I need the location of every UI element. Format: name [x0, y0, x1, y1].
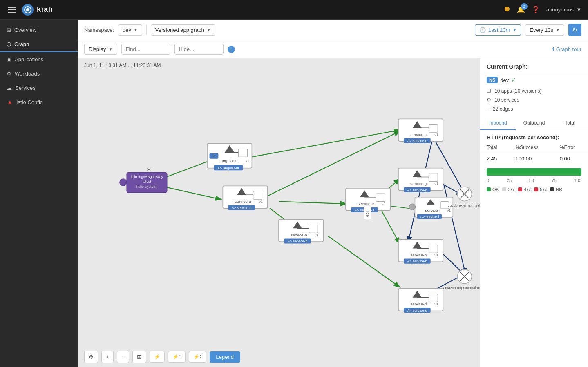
graph-type-dropdown[interactable]: Versioned app graph ▼ [151, 24, 215, 36]
svg-text:A> service-b: A> service-b [288, 239, 308, 243]
display-dropdown[interactable]: Display ▼ [84, 44, 117, 55]
tab-outbound[interactable]: Outbound [516, 117, 552, 130]
svg-text:service-f: service-f [425, 208, 440, 213]
node-service-a[interactable]: service-a v1 A> service-a [223, 186, 267, 210]
graph-tour-link[interactable]: ℹ Graph tour [552, 46, 581, 52]
traffic-tabs: Inbound Outbound Total [480, 117, 588, 130]
refresh-interval-dropdown[interactable]: Every 10s ▼ [525, 24, 564, 36]
time-range-chevron-icon: ▼ [512, 28, 516, 32]
node-service-b[interactable]: service-b v1 A> service-b [279, 219, 323, 243]
apps-icon: ☐ [487, 88, 491, 94]
hide-panel-toggle[interactable]: Hide [364, 206, 371, 220]
legend-ok: OK [487, 187, 499, 192]
sidebar-item-istio-config[interactable]: 🔺 Istio Config [0, 95, 78, 109]
current-graph-label: Current Graph: [487, 63, 528, 70]
svg-line-4 [160, 186, 221, 199]
find-input[interactable] [121, 44, 170, 55]
sidebar-item-workloads[interactable]: ⚙ Workloads [0, 67, 78, 81]
legend-nr: NR [550, 187, 562, 192]
svg-text:A> angular-ui: A> angular-ui [217, 166, 239, 170]
svg-text:A> service-a: A> service-a [232, 206, 252, 210]
content-area: Namespace: dev ▼ Versioned app graph ▼ 🕐… [78, 20, 588, 367]
zoom-out-button[interactable]: − [117, 351, 129, 363]
graph-bottom-toolbar: ✥ + − ⊞ ⚡ ⚡1 ⚡2 Legend [84, 351, 240, 363]
graph-main: Jun 1, 11:13:31 AM ... 11:23:31 AM [78, 58, 588, 367]
success-bar-fill [487, 168, 581, 176]
node-angular-ui[interactable]: angular-ui v1 A> angular-ui + [207, 144, 252, 171]
scale-100: 100 [574, 178, 581, 183]
user-menu[interactable]: anonymous ▼ [546, 7, 581, 13]
node-service-f[interactable]: service-f v1 A> service-f [409, 197, 453, 219]
graph-canvas[interactable]: Jun 1, 11:13:31 AM ... 11:23:31 AM [78, 58, 480, 367]
svg-text:A> service-c: A> service-c [407, 139, 427, 143]
chart-legend: OK 3xx 4xx 5xx [480, 184, 588, 195]
user-label: anonymous [546, 7, 574, 13]
node-service-g[interactable]: service-g v1 A> service-g [398, 168, 443, 192]
time-range-dropdown[interactable]: 🕐 Last 10m ▼ [475, 24, 521, 36]
tab-inbound[interactable]: Inbound [480, 117, 516, 130]
zoom-in-button[interactable]: + [101, 351, 114, 363]
help-icon[interactable]: ❓ [532, 6, 540, 13]
svg-rect-94 [429, 294, 438, 302]
svg-rect-86 [429, 245, 438, 253]
node-ingress[interactable]: istio-ingressgateway latest (istio-syste… [120, 173, 167, 193]
svg-text:v1: v1 [434, 182, 438, 186]
sidebar-item-overview[interactable]: ⊞ Overview [0, 23, 78, 37]
sidebar: ⊞ Overview ⬡ Graph ▣ Applications ⚙ Work… [0, 20, 78, 367]
svg-text:istio-ingressgateway: istio-ingressgateway [131, 175, 163, 179]
user-chevron-icon: ▼ [576, 7, 581, 13]
svg-text:✂: ✂ [147, 167, 151, 173]
col-total: Total [480, 142, 509, 153]
svg-point-1 [26, 8, 29, 11]
svg-line-15 [381, 211, 399, 243]
scale-50: 50 [529, 178, 534, 183]
bell-icon[interactable]: 🔔 2 [517, 6, 525, 13]
node-service-d[interactable]: service-d v1 A> service-d [398, 289, 443, 313]
scale-25: 25 [507, 178, 512, 183]
graph-svg: istio-ingressgateway latest (istio-syste… [78, 58, 480, 367]
main-layout: ⊞ Overview ⬡ Graph ▣ Applications ⚙ Work… [0, 20, 588, 367]
node-service-c[interactable]: service-c v1 A> service-c [398, 119, 443, 143]
sidebar-item-applications[interactable]: ▣ Applications [0, 52, 78, 67]
istio-icon: 🔺 [7, 99, 13, 105]
svg-text:service-b: service-b [291, 233, 307, 237]
namespace-label: Namespace: [84, 27, 114, 33]
svg-text:v1: v1 [447, 209, 451, 213]
services-icon: ☁ [7, 85, 12, 91]
nr-label: NR [556, 187, 562, 192]
sidebar-item-graph[interactable]: ⬡ Graph [0, 37, 78, 52]
4xx-label: 4xx [524, 187, 531, 192]
display-label: Display [89, 46, 106, 52]
svg-text:A> service-f: A> service-f [420, 215, 439, 219]
svg-text:(istio-system): (istio-system) [136, 185, 158, 189]
node-amazon-external[interactable]: amazon-mq-external-mesh [443, 269, 480, 290]
svg-text:amazon-mq-external-mesh: amazon-mq-external-mesh [443, 286, 480, 290]
ok-label: OK [492, 187, 499, 192]
info-icon[interactable]: i [228, 46, 235, 53]
hide-input[interactable] [174, 44, 224, 55]
svg-text:+: + [213, 154, 215, 158]
3xx-color [502, 187, 506, 191]
graph-tour-icon: ℹ [552, 46, 554, 52]
legend-button[interactable]: Legend [210, 351, 240, 363]
layout3-button[interactable]: ⚡2 [189, 351, 206, 363]
svg-text:docdb-external-mesh: docdb-external-mesh [448, 203, 480, 207]
sidebar-item-services[interactable]: ☁ Services [0, 81, 78, 95]
namespace-dropdown[interactable]: dev ▼ [118, 24, 142, 36]
layout1-button[interactable]: ⚡ [150, 351, 165, 363]
svg-text:A> service-h: A> service-h [407, 259, 427, 263]
svg-line-5 [252, 130, 399, 157]
svg-line-3 [160, 159, 214, 179]
tab-total[interactable]: Total [552, 117, 588, 130]
menu-icon[interactable] [7, 5, 17, 14]
sidebar-label-workloads: Workloads [15, 71, 40, 77]
pan-button[interactable]: ✥ [84, 351, 98, 363]
star-icon[interactable] [504, 6, 510, 14]
edges-icon: ~ [487, 106, 490, 112]
logo-text: kiali [37, 5, 53, 14]
logo-icon [22, 4, 34, 16]
refresh-button[interactable]: ↻ [568, 24, 581, 36]
node-service-h[interactable]: service-h v1 A> service-h [398, 240, 443, 264]
layout2-button[interactable]: ⚡1 [168, 351, 186, 363]
fit-button[interactable]: ⊞ [132, 351, 146, 363]
